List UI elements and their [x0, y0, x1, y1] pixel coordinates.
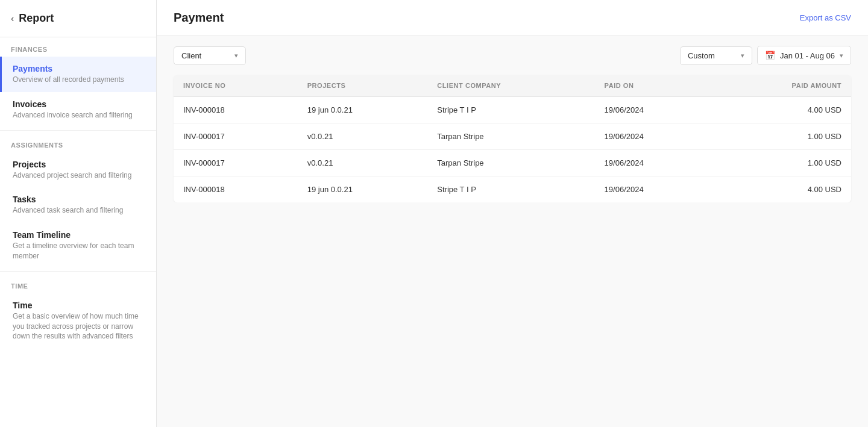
sidebar-item-invoices-title: Invoices: [13, 99, 145, 109]
table-row: INV-000018 19 jun 0.0.21 Stripe T I P 19…: [174, 176, 851, 203]
cell-paid-amount: 1.00 USD: [712, 150, 851, 176]
cell-paid-on: 19/06/2024: [595, 97, 712, 123]
cell-projects: 19 jun 0.0.21: [298, 97, 428, 123]
cell-projects: 19 jun 0.0.21: [298, 176, 428, 203]
sidebar-section-finances: FINANCES Payments Overview of all record…: [0, 37, 156, 128]
sidebar-item-tasks[interactable]: Tasks Advanced task search and filtering: [0, 187, 156, 223]
table-row: INV-000018 19 jun 0.0.21 Stripe T I P 19…: [174, 97, 851, 123]
cell-client-company: Stripe T I P: [427, 97, 594, 123]
date-preset-dropdown[interactable]: Custom ▾: [680, 46, 752, 65]
cell-projects: v0.0.21: [298, 123, 428, 150]
cell-invoice-no: INV-000017: [174, 150, 298, 176]
sidebar-item-projects-title: Projects: [13, 160, 145, 169]
section-label-finances: FINANCES: [0, 37, 156, 57]
sidebar-item-time-title: Time: [13, 301, 145, 310]
divider-2: [0, 271, 156, 272]
sidebar-item-team-timeline-title: Team Timeline: [13, 230, 145, 240]
toolbar-left: Client ▾: [174, 46, 246, 65]
payments-table: INVOICE NO PROJECTS CLIENT COMPANY PAID …: [174, 75, 851, 202]
table-row: INV-000017 v0.0.21 Tarpan Stripe 19/06/2…: [174, 123, 851, 150]
col-paid-amount: PAID AMOUNT: [712, 75, 851, 97]
client-filter-arrow-icon: ▾: [234, 52, 238, 60]
client-filter-dropdown[interactable]: Client ▾: [174, 46, 246, 65]
table-header: INVOICE NO PROJECTS CLIENT COMPANY PAID …: [174, 75, 851, 97]
sidebar-item-projects[interactable]: Projects Advanced project search and fil…: [0, 152, 156, 188]
date-preset-arrow-icon: ▾: [741, 52, 744, 60]
col-client-company: CLIENT COMPANY: [427, 75, 594, 97]
sidebar-item-tasks-desc: Advanced task search and filtering: [13, 205, 145, 216]
cell-paid-amount: 4.00 USD: [712, 176, 851, 203]
sidebar-item-projects-desc: Advanced project search and filtering: [13, 170, 145, 181]
cell-paid-amount: 1.00 USD: [712, 123, 851, 150]
sidebar-item-team-timeline-desc: Get a timeline overview for each team me…: [13, 241, 145, 261]
section-label-time: TIME: [0, 274, 156, 293]
date-preset-label: Custom: [688, 51, 715, 60]
col-projects: PROJECTS: [298, 75, 428, 97]
sidebar-item-payments[interactable]: Payments Overview of all recorded paymen…: [0, 57, 156, 92]
client-filter-label: Client: [181, 51, 201, 60]
table-row: INV-000017 v0.0.21 Tarpan Stripe 19/06/2…: [174, 150, 851, 176]
main-header: Payment Export as CSV: [157, 0, 868, 36]
sidebar-item-payments-desc: Overview of all recorded payments: [13, 75, 145, 85]
table-container: INVOICE NO PROJECTS CLIENT COMPANY PAID …: [157, 75, 868, 202]
sidebar-item-invoices[interactable]: Invoices Advanced invoice search and fil…: [0, 92, 156, 128]
back-button[interactable]: ‹ Report: [0, 0, 156, 37]
sidebar-item-time-desc: Get a basic overview of how much time yo…: [13, 311, 145, 341]
cell-invoice-no: INV-000018: [174, 176, 298, 203]
sidebar-section-time: TIME Time Get a basic overview of how mu…: [0, 274, 156, 349]
section-label-assignments: ASSIGNMENTS: [0, 133, 156, 152]
toolbar-right: Custom ▾ 📅 Jan 01 - Aug 06 ▾: [680, 46, 851, 65]
calendar-icon: 📅: [765, 51, 775, 60]
sidebar-item-team-timeline[interactable]: Team Timeline Get a timeline overview fo…: [0, 223, 156, 269]
cell-client-company: Stripe T I P: [427, 176, 594, 203]
date-range-label: Jan 01 - Aug 06: [780, 51, 835, 60]
sidebar-item-tasks-title: Tasks: [13, 195, 145, 204]
cell-paid-on: 19/06/2024: [595, 150, 712, 176]
toolbar: Client ▾ Custom ▾ 📅 Jan 01 - Aug 06 ▾: [157, 36, 868, 75]
cell-invoice-no: INV-000017: [174, 123, 298, 150]
sidebar-item-invoices-desc: Advanced invoice search and filtering: [13, 110, 145, 120]
sidebar-title: Report: [19, 12, 54, 25]
cell-projects: v0.0.21: [298, 150, 428, 176]
sidebar-item-payments-title: Payments: [13, 64, 145, 73]
page-title: Payment: [174, 11, 224, 25]
table-header-row: INVOICE NO PROJECTS CLIENT COMPANY PAID …: [174, 75, 851, 97]
sidebar-section-assignments: ASSIGNMENTS Projects Advanced project se…: [0, 133, 156, 269]
date-range-dropdown[interactable]: 📅 Jan 01 - Aug 06 ▾: [757, 46, 851, 65]
main-content: Payment Export as CSV Client ▾ Custom ▾ …: [157, 0, 868, 427]
date-range-arrow-icon: ▾: [840, 52, 843, 60]
export-csv-link[interactable]: Export as CSV: [800, 13, 851, 22]
cell-paid-amount: 4.00 USD: [712, 97, 851, 123]
sidebar: ‹ Report FINANCES Payments Overview of a…: [0, 0, 157, 427]
back-arrow-icon: ‹: [11, 13, 14, 24]
col-paid-on: PAID ON: [595, 75, 712, 97]
divider-1: [0, 130, 156, 131]
cell-paid-on: 19/06/2024: [595, 123, 712, 150]
sidebar-item-time[interactable]: Time Get a basic overview of how much ti…: [0, 293, 156, 349]
table-body: INV-000018 19 jun 0.0.21 Stripe T I P 19…: [174, 97, 851, 203]
col-invoice-no: INVOICE NO: [174, 75, 298, 97]
cell-invoice-no: INV-000018: [174, 97, 298, 123]
cell-paid-on: 19/06/2024: [595, 176, 712, 203]
cell-client-company: Tarpan Stripe: [427, 150, 594, 176]
cell-client-company: Tarpan Stripe: [427, 123, 594, 150]
